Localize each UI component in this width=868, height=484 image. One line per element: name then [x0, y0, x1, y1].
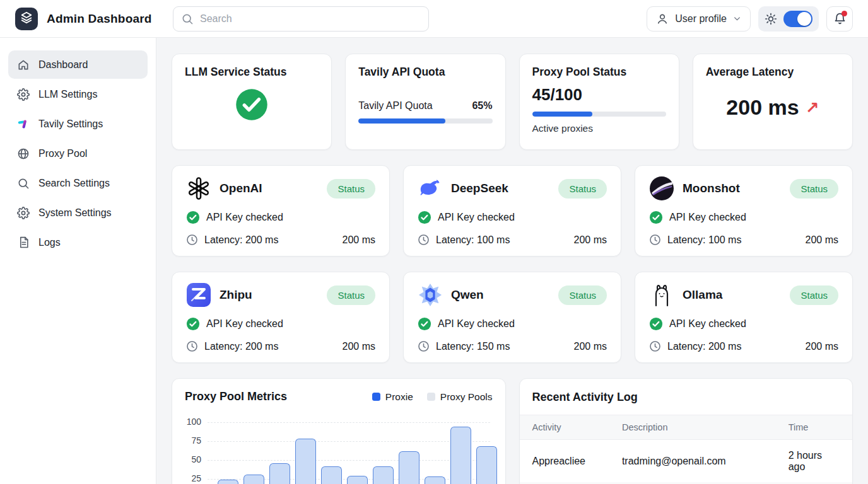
- provider-name: Zhipu: [220, 288, 252, 302]
- status-badge[interactable]: Status: [558, 179, 607, 199]
- bar: [347, 476, 368, 484]
- sidebar-item-llm-settings[interactable]: LLM Settings: [8, 80, 148, 108]
- search-icon: [16, 177, 30, 190]
- provider-name: OpenAI: [220, 182, 262, 195]
- tavily-api-quota-card: Tavily API Quota Tavily API Quota 65%: [345, 54, 505, 150]
- sidebar-item-dashboard[interactable]: Dashboard: [8, 50, 148, 79]
- column-header-time: Time: [776, 415, 852, 440]
- recent-activity-log-card: Recent Activity Log Activity Description…: [519, 378, 853, 484]
- zhipu-logo-icon: [186, 282, 211, 308]
- latency-right-value: 200 ms: [343, 234, 375, 246]
- trend-up-arrow-icon: ↗: [806, 98, 819, 117]
- search-icon: [181, 13, 194, 25]
- openai-logo-icon: [186, 176, 211, 201]
- provider-card-openai: OpenAI Status API Key checked Latency: 2…: [172, 165, 390, 256]
- sidebar-item-logs[interactable]: Logs: [8, 228, 148, 256]
- search-input[interactable]: [173, 6, 429, 32]
- check-circle-icon: [649, 210, 663, 224]
- clock-icon: [418, 234, 430, 246]
- api-key-status: API Key checked: [206, 318, 283, 330]
- sun-icon: [765, 13, 777, 25]
- latency-label: Latency: 100 ms: [436, 234, 510, 246]
- clock-icon: [186, 340, 198, 352]
- gear-icon: [16, 88, 30, 101]
- provider-name: DeepSeek: [451, 182, 508, 195]
- y-axis-tick: 50: [182, 454, 201, 464]
- dark-mode-toggle[interactable]: [783, 11, 812, 27]
- qwen-logo-icon: [418, 282, 443, 308]
- chart-legend: Proxie Proxy Pools: [372, 391, 493, 403]
- average-latency-card: Average Latency 200 ms ↗: [693, 54, 853, 150]
- moonshot-logo-icon: [649, 176, 674, 201]
- document-icon: [16, 236, 30, 248]
- proxy-pool-status-card: Proxy Pool Status 45/100 Active proxies: [519, 54, 679, 150]
- chart-plot-bars: [213, 415, 493, 484]
- latency-right-value: 200 ms: [806, 341, 838, 352]
- cell-activity: Appreacliee: [520, 440, 609, 483]
- sidebar-item-label: LLM Settings: [38, 89, 97, 100]
- globe-icon: [16, 147, 30, 160]
- card-title: Proxy Pool Status: [532, 66, 666, 79]
- topbar: Admin Dashboard User profile: [0, 0, 868, 38]
- check-circle-icon: [186, 210, 200, 224]
- layers-icon: [20, 11, 33, 27]
- latency-right-value: 200 ms: [806, 234, 838, 246]
- search-box: [173, 6, 429, 32]
- latency-right-value: 200 ms: [343, 341, 375, 352]
- provider-name: Ollama: [683, 288, 722, 302]
- legend-item-proxy-pools: Proxy Pools: [427, 391, 493, 403]
- clock-icon: [649, 234, 661, 246]
- y-axis-tick: 25: [182, 473, 201, 483]
- clock-icon: [649, 340, 661, 352]
- status-badge[interactable]: Status: [790, 285, 838, 305]
- chart-title: Proxy Pool Metrics: [185, 390, 287, 403]
- sidebar-item-system-settings[interactable]: System Settings: [8, 199, 148, 227]
- column-header-activity: Activity: [520, 415, 609, 440]
- activity-log-title: Recent Activity Log: [520, 379, 853, 415]
- quota-progress-track: [358, 118, 492, 124]
- bar: [295, 439, 316, 484]
- legend-swatch-gray: [427, 393, 435, 401]
- table-header-row: Activity Description Time: [520, 415, 853, 440]
- app-logo: [15, 8, 38, 30]
- check-circle-icon: [418, 210, 431, 224]
- proxy-count-value: 45/100: [532, 85, 666, 105]
- cell-description: tradming@openail.com: [609, 440, 776, 483]
- api-key-status: API Key checked: [438, 318, 515, 330]
- proxy-progress-fill: [532, 112, 593, 117]
- latency-right-value: 200 ms: [574, 234, 607, 246]
- sidebar: Dashboard LLM Settings Tavily Settings: [0, 38, 156, 484]
- home-icon: [16, 59, 30, 71]
- sidebar-item-tavily-settings[interactable]: Tavily Settings: [8, 110, 148, 138]
- notification-dot: [842, 11, 847, 16]
- cell-time: 2 hours ago: [776, 440, 852, 483]
- user-profile-button[interactable]: User profile: [647, 6, 751, 32]
- table-row: Appreacliee tradming@openail.com 2 hours…: [520, 440, 853, 483]
- toggle-knob: [797, 12, 811, 26]
- bar: [218, 480, 238, 484]
- status-badge[interactable]: Status: [558, 285, 607, 305]
- tavily-logo-icon: [16, 118, 30, 130]
- status-badge[interactable]: Status: [327, 179, 375, 199]
- bar: [476, 446, 497, 484]
- user-profile-label: User profile: [675, 13, 727, 25]
- api-key-status: API Key checked: [669, 212, 746, 223]
- sidebar-item-label: Proxy Pool: [38, 148, 87, 159]
- sidebar-item-label: Dashboard: [38, 59, 88, 71]
- notifications-button[interactable]: [826, 6, 853, 32]
- status-badge[interactable]: Status: [790, 179, 838, 199]
- status-badge[interactable]: Status: [327, 285, 375, 305]
- check-circle-icon: [649, 317, 663, 331]
- bar: [450, 427, 471, 484]
- card-title: Tavily API Quota: [358, 66, 492, 79]
- sidebar-item-search-settings[interactable]: Search Settings: [8, 169, 148, 197]
- provider-card-ollama: Ollama Status API Key checked Latency: 2…: [635, 272, 853, 363]
- sidebar-item-label: System Settings: [38, 207, 112, 219]
- clock-icon: [418, 340, 430, 352]
- card-title: Average Latency: [706, 66, 840, 79]
- bar: [425, 476, 445, 484]
- clock-icon: [186, 234, 198, 246]
- card-title: LLM Service Status: [185, 66, 319, 79]
- sidebar-item-proxy-pool[interactable]: Proxy Pool: [8, 139, 148, 168]
- legend-label: Proxie: [385, 391, 413, 403]
